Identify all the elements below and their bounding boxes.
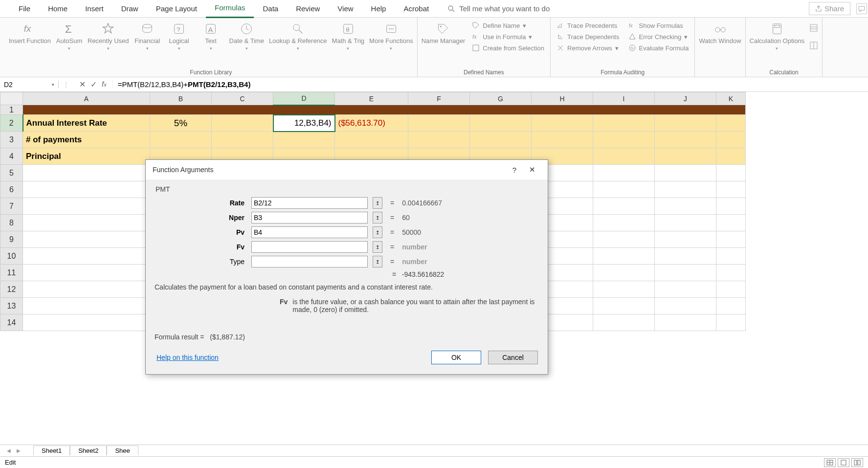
cell[interactable] [716, 148, 746, 165]
col-header-i[interactable]: I [593, 92, 655, 105]
col-header-c[interactable]: C [212, 92, 273, 105]
cell[interactable] [532, 132, 593, 148]
col-header-h[interactable]: H [532, 92, 593, 105]
date-time-button[interactable]: Date & Time▾ [229, 21, 265, 51]
row-header-4[interactable]: 4 [0, 148, 23, 165]
cell[interactable] [408, 115, 470, 132]
ok-button[interactable]: OK [431, 351, 481, 364]
arg-pv-input[interactable] [251, 226, 368, 238]
watch-window-button[interactable]: Watch Window [699, 21, 741, 45]
cell[interactable] [716, 281, 746, 298]
row-header-14[interactable]: 14 [0, 314, 23, 331]
trace-precedents-button[interactable]: Trace Precedents [555, 21, 621, 30]
cell[interactable] [655, 181, 716, 198]
row-header-2[interactable]: 2 [0, 115, 23, 132]
cell[interactable] [655, 165, 716, 181]
share-button[interactable]: Share [809, 2, 850, 15]
recently-used-button[interactable]: Recently Used▾ [88, 21, 129, 51]
arg-rate-input[interactable] [251, 197, 368, 209]
text-button[interactable]: A Text▾ [198, 21, 224, 51]
insert-function-button[interactable]: fx Insert Function [9, 21, 51, 45]
tab-acrobat[interactable]: Acrobat [395, 0, 438, 18]
row-header-5[interactable]: 5 [0, 165, 23, 181]
sheet-tab-2[interactable]: Sheet2 [70, 446, 107, 455]
cell[interactable] [593, 165, 655, 181]
help-on-function-link[interactable]: Help on this function [156, 354, 219, 361]
cell[interactable] [655, 198, 716, 215]
cell[interactable] [655, 132, 716, 148]
autosum-button[interactable]: Σ AutoSum▾ [56, 21, 83, 51]
cell[interactable] [655, 248, 716, 265]
tab-help[interactable]: Help [362, 0, 395, 18]
col-header-f[interactable]: F [408, 92, 470, 105]
cell[interactable] [408, 132, 470, 148]
cell-a4[interactable]: Principal [23, 148, 150, 165]
cell[interactable] [23, 298, 150, 314]
cell[interactable] [716, 231, 746, 248]
cell[interactable] [470, 115, 532, 132]
col-header-a[interactable]: A [23, 92, 150, 105]
cell[interactable] [23, 198, 150, 215]
row-header-10[interactable]: 10 [0, 248, 23, 265]
tab-draw[interactable]: Draw [112, 0, 147, 18]
cell[interactable] [655, 281, 716, 298]
tab-view[interactable]: View [329, 0, 362, 18]
row-header-9[interactable]: 9 [0, 231, 23, 248]
calc-sheet-icon[interactable] [809, 41, 818, 50]
cancel-formula-button[interactable]: ✕ [79, 80, 86, 89]
cell[interactable] [273, 132, 335, 148]
dialog-close-button[interactable]: ✕ [523, 165, 541, 174]
col-header-e[interactable]: E [335, 92, 408, 105]
name-box[interactable]: D2▾ [0, 81, 59, 89]
tab-data[interactable]: Data [254, 0, 287, 18]
col-header-d[interactable]: D [273, 92, 335, 105]
cell[interactable] [593, 265, 655, 281]
error-checking-button[interactable]: Error Checking ▾ [626, 32, 691, 42]
arg-fv-ref-button[interactable]: ↥ [373, 241, 382, 253]
sheet-tab-1[interactable]: Sheet1 [33, 446, 70, 455]
cell-c2[interactable] [212, 115, 273, 132]
cell[interactable] [593, 198, 655, 215]
cancel-button[interactable]: Cancel [488, 351, 538, 364]
calculation-options-button[interactable]: Calculation Options▾ [750, 21, 805, 51]
tab-review[interactable]: Review [287, 0, 329, 18]
cell[interactable] [593, 248, 655, 265]
logical-button[interactable]: ? Logical▾ [166, 21, 193, 51]
cell[interactable] [593, 115, 655, 132]
col-header-b[interactable]: B [150, 92, 212, 105]
cell[interactable] [593, 181, 655, 198]
view-page-break-button[interactable] [851, 458, 863, 467]
cell[interactable] [655, 231, 716, 248]
arg-pv-ref-button[interactable]: ↥ [373, 226, 382, 238]
row-header-7[interactable]: 7 [0, 198, 23, 215]
row-header-3[interactable]: 3 [0, 132, 23, 148]
cell[interactable] [716, 215, 746, 231]
cell[interactable] [23, 165, 150, 181]
cell[interactable] [655, 265, 716, 281]
cell[interactable] [716, 198, 746, 215]
cell[interactable] [716, 132, 746, 148]
cell-b2[interactable]: 5% [150, 115, 212, 132]
formula-bar-menu[interactable]: ⋮ [59, 81, 73, 89]
cell[interactable] [593, 281, 655, 298]
col-header-k[interactable]: K [716, 92, 746, 105]
cell-d2-selected[interactable]: 12,B3,B4) [273, 115, 335, 132]
trace-dependents-button[interactable]: Trace Dependents [555, 32, 621, 42]
cell[interactable] [23, 265, 150, 281]
cell[interactable] [23, 248, 150, 265]
cell[interactable] [716, 298, 746, 314]
view-normal-button[interactable] [824, 458, 836, 467]
cell-a3[interactable]: # of payments [23, 132, 150, 148]
cell[interactable] [23, 231, 150, 248]
row-header-1[interactable]: 1 [0, 105, 23, 115]
sheet-nav-next[interactable]: ▶ [14, 448, 23, 453]
cell[interactable] [470, 132, 532, 148]
sheet-tab-3[interactable]: Shee [107, 446, 138, 455]
cell[interactable] [716, 314, 746, 331]
row-header-11[interactable]: 11 [0, 265, 23, 281]
financial-button[interactable]: Financial▾ [134, 21, 161, 51]
tell-me-search[interactable]: Tell me what you want to do [438, 4, 550, 13]
create-from-selection-button[interactable]: Create from Selection [470, 43, 546, 53]
define-name-button[interactable]: Define Name ▾ [470, 21, 546, 30]
more-functions-button[interactable]: More Functions▾ [369, 21, 413, 51]
